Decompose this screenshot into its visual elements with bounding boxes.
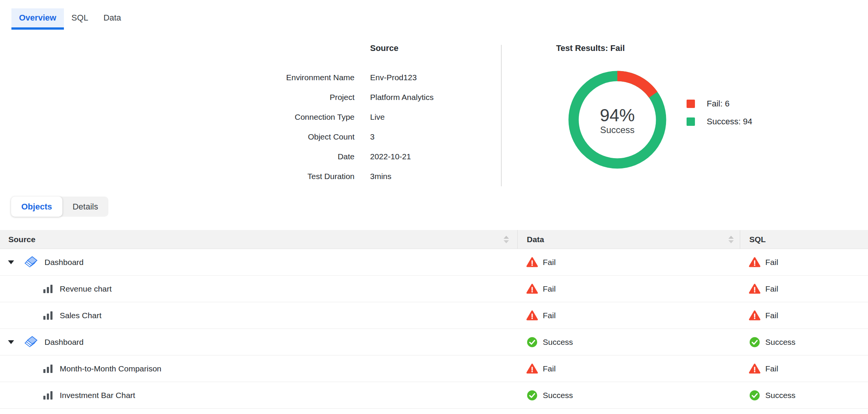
object-name: Revenue chart xyxy=(60,284,112,293)
objects-table: Source Data SQL Dashboard Fail xyxy=(0,230,868,409)
source-field-value: 3 xyxy=(370,127,434,147)
sort-up-arrow-icon xyxy=(728,236,734,239)
status-label: Fail xyxy=(543,258,556,267)
status-cell: Fail xyxy=(740,249,868,275)
table-row[interactable]: Dashboard Success Success xyxy=(0,329,868,355)
fail-warning-icon xyxy=(526,310,538,321)
status-cell: Success xyxy=(517,382,740,408)
source-field-value: Platform Analytics xyxy=(370,87,434,107)
sort-icon[interactable] xyxy=(504,236,509,243)
test-results-title: Test Results: Fail xyxy=(556,43,625,53)
legend-swatch-icon xyxy=(687,100,695,108)
legend-item: Fail: 6 xyxy=(687,99,752,109)
bar-chart-icon xyxy=(43,363,53,374)
fail-warning-icon xyxy=(749,363,760,374)
source-field-label: Test Duration xyxy=(243,167,355,186)
source-cell: Dashboard xyxy=(0,329,517,355)
success-check-icon xyxy=(526,390,538,401)
status-cell: Success xyxy=(517,329,740,355)
status-label: Fail xyxy=(765,364,778,373)
tab-bar: OverviewSQLData xyxy=(11,8,129,30)
bar-chart-icon xyxy=(43,284,53,294)
status-cell: Success xyxy=(740,382,868,408)
collapse-caret-icon[interactable] xyxy=(8,260,14,264)
sort-icon[interactable] xyxy=(728,236,734,243)
table-row[interactable]: Investment Bar Chart Success Success xyxy=(0,382,868,409)
success-check-icon xyxy=(749,336,760,348)
status-label: Fail xyxy=(765,284,778,293)
source-field-label: Date xyxy=(243,147,355,167)
sort-up-arrow-icon xyxy=(504,236,509,239)
source-field-label: Object Count xyxy=(243,127,355,147)
donut-center-label: 94% Success xyxy=(568,70,667,170)
table-header-row: Source Data SQL xyxy=(0,230,868,249)
panel-divider xyxy=(501,45,502,186)
source-field-label: Environment Name xyxy=(243,68,355,87)
object-name: Investment Bar Chart xyxy=(60,391,135,400)
status-cell: Fail xyxy=(517,355,740,382)
legend-item: Success: 94 xyxy=(687,117,752,127)
source-cell: Month-to-Month Comparison xyxy=(0,355,517,382)
page: OverviewSQLData Source Environment Name … xyxy=(0,0,868,414)
object-name: Month-to-Month Comparison xyxy=(60,364,161,373)
tab-data[interactable]: Data xyxy=(96,8,129,30)
success-check-icon xyxy=(526,336,538,348)
table-row[interactable]: Month-to-Month Comparison Fail Fail xyxy=(0,355,868,382)
status-cell: Fail xyxy=(740,355,868,382)
source-info-grid: Environment Name Env-Prod123Project Plat… xyxy=(243,68,434,186)
status-cell: Fail xyxy=(517,302,740,328)
status-cell: Fail xyxy=(517,249,740,275)
donut-sublabel: Success xyxy=(600,125,635,136)
view-toggle: ObjectsDetails xyxy=(11,197,108,217)
source-field-label: Project xyxy=(243,87,355,107)
source-cell: Sales Chart xyxy=(0,302,517,328)
toggle-objects[interactable]: Objects xyxy=(11,197,62,217)
object-name: Sales Chart xyxy=(60,311,102,320)
source-field-value: 3mins xyxy=(370,167,434,186)
status-label: Fail xyxy=(765,258,778,267)
table-row[interactable]: Revenue chart Fail Fail xyxy=(0,276,868,302)
status-cell: Fail xyxy=(740,276,868,302)
column-header-sql[interactable]: SQL xyxy=(740,230,868,249)
source-field-value: 2022-10-21 xyxy=(370,147,434,167)
donut-percent-label: 94% xyxy=(600,106,635,124)
source-field-value: Env-Prod123 xyxy=(370,68,434,87)
status-cell: Fail xyxy=(740,302,868,328)
fail-warning-icon xyxy=(749,257,760,268)
source-field-label: Connection Type xyxy=(243,107,355,127)
fail-warning-icon xyxy=(749,310,760,321)
source-cell: Dashboard xyxy=(0,249,517,275)
column-header-source[interactable]: Source xyxy=(0,230,517,249)
sort-down-arrow-icon xyxy=(728,240,734,243)
table-body: Dashboard Fail Fail Revenue char xyxy=(0,249,868,409)
bar-chart-icon xyxy=(43,390,53,401)
collapse-caret-icon[interactable] xyxy=(8,340,14,344)
toggle-details[interactable]: Details xyxy=(62,197,108,217)
status-label: Fail xyxy=(543,311,556,320)
object-name: Dashboard xyxy=(45,258,84,267)
status-cell: Fail xyxy=(517,276,740,302)
dashboard-icon xyxy=(24,336,38,348)
status-label: Success xyxy=(765,338,795,347)
tab-overview[interactable]: Overview xyxy=(11,8,64,30)
fail-warning-icon xyxy=(526,363,538,374)
table-row[interactable]: Sales Chart Fail Fail xyxy=(0,302,868,329)
status-cell: Success xyxy=(740,329,868,355)
table-row[interactable]: Dashboard Fail Fail xyxy=(0,249,868,276)
legend-label: Fail: 6 xyxy=(707,99,730,109)
source-field-value: Live xyxy=(370,107,434,127)
legend-label: Success: 94 xyxy=(707,117,752,127)
source-panel-title: Source xyxy=(370,43,399,53)
status-label: Fail xyxy=(765,311,778,320)
column-header-data[interactable]: Data xyxy=(517,230,740,249)
source-cell: Revenue chart xyxy=(0,276,517,302)
object-name: Dashboard xyxy=(45,338,84,347)
test-results-donut-chart: 94% Success xyxy=(568,70,667,170)
chart-legend: Fail: 6 Success: 94 xyxy=(687,99,752,127)
legend-swatch-icon xyxy=(687,117,695,126)
tab-sql[interactable]: SQL xyxy=(64,8,96,30)
sort-down-arrow-icon xyxy=(504,240,509,243)
status-label: Success xyxy=(543,391,573,400)
status-label: Success xyxy=(765,391,795,400)
status-label: Fail xyxy=(543,364,556,373)
